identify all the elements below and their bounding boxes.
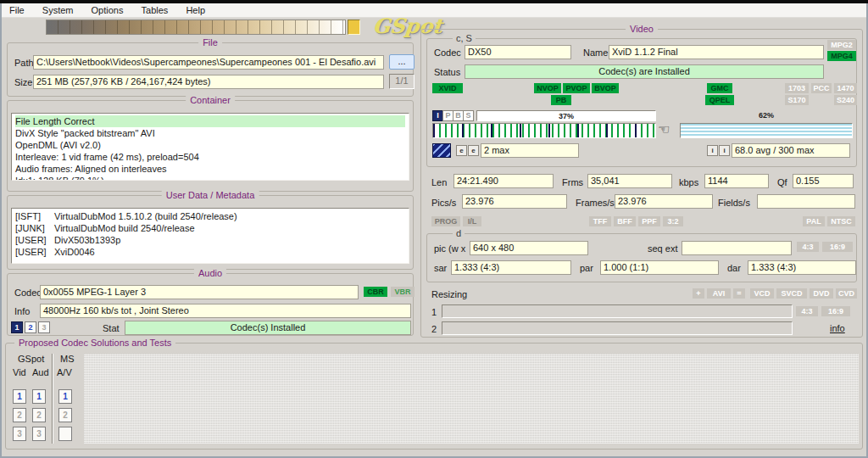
cbr-badge: CBR	[364, 287, 387, 297]
menu-file[interactable]: File	[2, 3, 32, 17]
vcd-badge: VCD	[750, 288, 774, 299]
resize-43-badge: 4:3	[796, 306, 818, 316]
ms-av-test-2-button[interactable]: 2	[58, 408, 72, 422]
file-index-indicator: 1/1	[389, 74, 415, 89]
mpg2-badge: MPG2	[827, 40, 856, 50]
cvd-badge: CVD	[836, 288, 857, 299]
prog-badge: PROG	[431, 216, 460, 226]
kbps-field: 1144	[704, 174, 769, 188]
ntsc-badge: NTSC	[827, 216, 855, 226]
menu-options[interactable]: Options	[84, 3, 131, 17]
dar-field: 1.333 (4:3)	[748, 260, 856, 275]
userdata-entry: [ISFT]VirtualDubMod 1.5.10.2 (build 2540…	[15, 210, 405, 222]
seq-ext-field	[682, 241, 792, 255]
bvop-badge: BVOP	[592, 83, 619, 93]
container-group: Container File Length Correct DivX Style…	[7, 100, 414, 192]
frames-per-s-field: 23.976	[615, 194, 713, 209]
solutions-group-title: Proposed Codec Solutions and Tests	[14, 337, 175, 349]
userdata-value: VirtualDubMod build 2540/release	[54, 223, 195, 233]
equals-badge: =	[733, 288, 745, 299]
sar-field: 1.333 (4:3)	[451, 260, 571, 275]
frames-per-s-label: Frames/s	[576, 198, 615, 208]
audio-group-title: Audio	[194, 267, 226, 279]
qpel-badge: QPEL	[705, 95, 734, 105]
qf-label: Qf	[777, 177, 787, 187]
pb-badge: PB	[551, 95, 571, 105]
solutions-group: Proposed Codec Solutions and Tests GSpot…	[5, 343, 863, 450]
pics-field: 23.976	[462, 194, 567, 209]
file-group-title: File	[198, 36, 222, 48]
aud-header: Aud	[32, 367, 49, 377]
userdata-tag: [ISFT]	[15, 210, 54, 222]
hand-cursor-icon[interactable]: ☜	[658, 123, 670, 137]
ar-43-badge: 4:3	[797, 242, 819, 252]
resize-row2-label: 2	[431, 324, 437, 334]
gspot-vid-test-3-button[interactable]: 3	[13, 427, 26, 441]
ms-column-header: MS	[60, 354, 75, 364]
frame-distribution-meter	[432, 123, 656, 138]
cs-sublabel: c, S	[453, 32, 476, 44]
column-divider	[52, 354, 53, 444]
badge-1470: 1470	[834, 83, 857, 93]
selected-gradient-swatch[interactable]	[348, 20, 360, 35]
userdata-entry: [USER]DivX503b1393p	[15, 234, 405, 246]
d-sublabel: d	[453, 227, 465, 239]
frms-field: 35,041	[587, 174, 672, 188]
container-line: Audio frames: Aligned on interleaves	[15, 163, 405, 175]
packed-bitstream-icon	[432, 143, 451, 158]
gspot-column-header: GSpot	[18, 354, 44, 364]
container-line: Idx1: 128 KB (79.1%)	[15, 175, 405, 181]
resize-row2-field	[442, 321, 793, 335]
gspot-vid-test-1-button[interactable]: 1	[13, 389, 26, 404]
ar-169-badge: 16:9	[822, 242, 853, 252]
userdata-tag: [USER]	[15, 246, 54, 258]
ms-av-test-3-button[interactable]	[58, 427, 72, 441]
nvop-badge: NVOP	[534, 83, 561, 93]
gspot-aud-test-2-button[interactable]: 2	[32, 408, 46, 422]
par-field: 1.000 (1:1)	[600, 260, 719, 275]
browse-button[interactable]: ...	[389, 54, 415, 70]
audio-group: Audio Codec 0x0055 MPEG-1 Layer 3 CBR VB…	[7, 273, 414, 336]
userdata-group: User Data / Metadata [ISFT]VirtualDubMod…	[7, 195, 414, 270]
svcd-badge: SVCD	[776, 288, 807, 299]
audio-stream-3-button[interactable]: 3	[38, 321, 50, 333]
userdata-tag: [JUNK]	[15, 222, 54, 234]
file-group: File Path C:\Users\Netbook\Videos\Superc…	[7, 42, 414, 97]
userdata-entry: [USER]XviD0046	[15, 246, 405, 258]
menu-tables[interactable]: Tables	[134, 3, 176, 17]
qf-field: 0.155	[793, 174, 854, 188]
info-link[interactable]: info	[830, 323, 845, 333]
dar-label: dar	[727, 263, 741, 273]
container-line: OpenDML (AVI v2.0)	[15, 139, 405, 151]
s170-badge: S170	[785, 95, 809, 105]
bff-badge: BFF	[614, 216, 636, 226]
pulldown-badge: 3:2	[663, 216, 683, 226]
gspot-vid-test-2-button[interactable]: 2	[13, 408, 26, 422]
container-line: DivX Style "packed bitstream" AVI	[15, 127, 405, 139]
audio-stream-2-button[interactable]: 2	[25, 321, 36, 333]
container-info-box: File Length Correct DivX Style "packed b…	[11, 113, 409, 181]
resize-row1-label: 1	[431, 307, 437, 317]
audio-info-field: 48000Hz 160 kb/s tot , Joint Stereo	[40, 304, 411, 318]
pcc-badge: PCC	[811, 83, 832, 93]
av-header: A/V	[57, 367, 72, 377]
gspot-aud-test-1-button[interactable]: 1	[32, 389, 46, 404]
resizing-label: Resizing	[431, 289, 467, 299]
video-name-label: Name	[583, 47, 608, 58]
size-field: 251 MB (257,976 KB / 264,167,424 bytes)	[33, 75, 384, 89]
len-field: 24:21.490	[453, 174, 554, 188]
audio-stream-1-button[interactable]: 1	[11, 321, 23, 333]
gmc-badge: GMC	[707, 83, 732, 93]
path-field[interactable]: C:\Users\Netbook\Videos\Supercampeones\S…	[33, 55, 384, 70]
audio-stat-label: Stat	[103, 323, 120, 333]
menu-system[interactable]: System	[35, 3, 81, 17]
gspot-aud-test-3-button[interactable]: 3	[32, 427, 46, 441]
badge-1703: 1703	[785, 83, 809, 93]
menu-help[interactable]: Help	[178, 3, 213, 17]
vbr-badge: VBR	[391, 287, 415, 297]
dimensions-subgroup: d pic (w x 640 x 480 seq ext 4:3 16:9 sa…	[426, 233, 857, 282]
avi-badge: AVI	[707, 288, 731, 299]
ms-av-test-1-button[interactable]: 1	[58, 389, 72, 404]
pal-badge: PAL	[803, 216, 825, 226]
tff-badge: TFF	[589, 216, 611, 226]
